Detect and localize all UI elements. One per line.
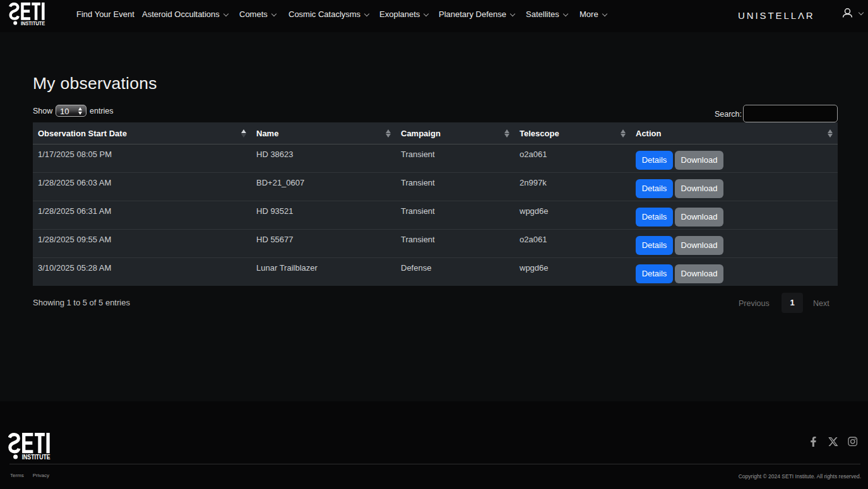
svg-text:INSTITUTE: INSTITUTE <box>22 454 51 459</box>
svg-text:INSTITUTE: INSTITUTE <box>21 20 45 25</box>
